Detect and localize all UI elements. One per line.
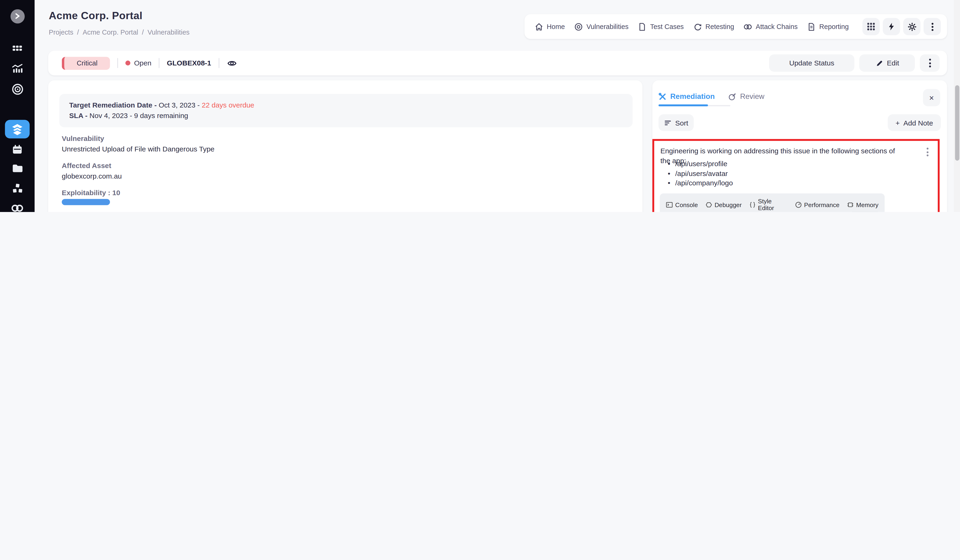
note-bullet-list: /api/users/profile /api/users/avatar /ap… (668, 159, 733, 188)
gear-icon (907, 22, 917, 31)
quick-actions-button[interactable] (883, 18, 900, 35)
grid-dots-icon (867, 22, 875, 31)
tab-review[interactable]: Review (728, 92, 765, 101)
pencil-icon (875, 59, 883, 67)
vulnerability-id: GLOBEX08-1 (167, 59, 211, 67)
sidebar-item-analytics[interactable] (0, 60, 35, 77)
calendar-icon (11, 143, 24, 156)
sidebar-item-attack-chains[interactable] (0, 200, 35, 212)
folder-icon (11, 162, 24, 174)
analytics-icon (11, 62, 24, 75)
apps-menu-button[interactable] (862, 18, 880, 35)
remediation-date-box: Target Remediation Date - Oct 3, 2023 - … (59, 94, 633, 127)
sort-label: Sort (675, 119, 688, 126)
breadcrumb: Projects / Acme Corp. Portal / Vulnerabi… (49, 29, 189, 36)
devtools-tab-console: Console (666, 201, 698, 208)
sidebar-item-modules[interactable] (0, 180, 35, 197)
note-annotation-box: Engineering is working on addressing thi… (653, 139, 940, 212)
nav-test-cases-label: Test Cases (650, 23, 684, 30)
edit-button[interactable]: Edit (859, 54, 915, 72)
affected-asset-label: Affected Asset (62, 162, 111, 170)
cubes-icon (11, 182, 24, 195)
kebab-icon (930, 21, 935, 32)
status-open[interactable]: Open (125, 59, 152, 67)
divider (219, 58, 219, 68)
nav-home[interactable]: Home (534, 22, 565, 31)
breadcrumb-separator: / (77, 29, 79, 36)
nav-reporting[interactable]: Reporting (807, 22, 849, 31)
vulnerability-label: Vulnerability (62, 134, 104, 142)
nav-retesting-label: Retesting (705, 23, 734, 30)
sidebar-item-targets[interactable] (0, 80, 35, 98)
note-bullet: /api/users/profile (668, 159, 733, 169)
add-note-button[interactable]: + Add Note (888, 114, 941, 131)
sidebar (0, 0, 35, 212)
update-status-label: Update Status (789, 59, 834, 67)
app-window: Acme Corp. Portal Projects / Acme Corp. … (0, 0, 960, 212)
sidebar-item-assets[interactable] (0, 159, 35, 177)
devtools-tab-bar: Console Debugger Style Editor Performanc… (660, 193, 885, 212)
sidebar-item-dashboard[interactable] (0, 40, 35, 57)
exploitability-label: Exploitability : 10 (62, 189, 120, 197)
note-bullet: /api/users/avatar (668, 169, 733, 179)
debugger-icon (705, 201, 712, 208)
target-remediation-label: Target Remediation Date - (69, 101, 157, 109)
note-bullet: /api/company/logo (668, 179, 733, 188)
target-remediation-line: Target Remediation Date - Oct 3, 2023 - … (69, 100, 623, 110)
update-status-button[interactable]: Update Status (769, 54, 854, 72)
page-scrollbar-thumb[interactable] (955, 85, 959, 161)
vulnerability-status-bar: Critical Open GLOBEX08-1 Update Status E… (48, 51, 947, 75)
link-icon (11, 202, 24, 212)
devtools-tab-memory: Memory (847, 201, 878, 208)
filter-icon (664, 119, 672, 126)
tab-review-label: Review (740, 92, 765, 101)
settings-button[interactable] (903, 18, 920, 35)
nav-home-label: Home (547, 23, 565, 30)
severity-label: Critical (77, 59, 98, 67)
tools-icon (659, 92, 667, 100)
nav-reporting-label: Reporting (819, 23, 849, 30)
sidebar-item-projects-active[interactable] (5, 120, 30, 138)
page-title: Acme Corp. Portal (49, 10, 142, 22)
breadcrumb-vulnerabilities[interactable]: Vulnerabilities (147, 29, 189, 36)
edit-label: Edit (887, 59, 899, 67)
status-more-button[interactable] (920, 54, 940, 72)
nav-retesting[interactable]: Retesting (693, 22, 734, 31)
watch-eye-icon[interactable] (226, 58, 237, 68)
sla-label: SLA - (69, 112, 87, 119)
nav-vulnerabilities-label: Vulnerabilities (587, 23, 629, 30)
nav-test-cases[interactable]: Test Cases (638, 22, 684, 31)
more-options-button[interactable] (923, 18, 941, 35)
breadcrumb-projects[interactable]: Projects (49, 29, 74, 36)
severity-badge[interactable]: Critical (62, 56, 110, 70)
refresh-icon (693, 22, 702, 31)
nav-attack-chains[interactable]: Attack Chains (743, 22, 798, 31)
devtools-tab-debugger: Debugger (705, 201, 742, 208)
close-icon: × (929, 93, 934, 102)
sidebar-expand-button[interactable] (0, 8, 35, 25)
active-tab-underline (659, 104, 708, 106)
sla-value: Nov 4, 2023 - 9 days remaining (90, 112, 188, 119)
braces-icon (749, 201, 755, 208)
gauge-icon (795, 201, 802, 208)
nav-vulnerabilities[interactable]: Vulnerabilities (574, 22, 629, 31)
tab-remediation[interactable]: Remediation (659, 92, 715, 101)
remediation-panel: Remediation Review × Sort + Add Note Eng… (653, 80, 947, 212)
console-icon (666, 201, 673, 208)
sort-button[interactable]: Sort (659, 114, 694, 131)
close-panel-button[interactable]: × (923, 89, 940, 106)
breadcrumb-project[interactable]: Acme Corp. Portal (83, 29, 138, 36)
note-screenshot[interactable]: Console Debugger Style Editor Performanc… (660, 193, 885, 212)
sidebar-item-calendar[interactable] (0, 141, 35, 158)
affected-asset-value: globexcorp.com.au (62, 173, 122, 180)
vulnerability-detail-card: Target Remediation Date - Oct 3, 2023 - … (48, 80, 642, 212)
status-label: Open (134, 59, 152, 67)
devtools-tab-style-editor: Style Editor (749, 198, 787, 211)
note-more-button[interactable] (925, 146, 930, 158)
plus-icon: + (896, 119, 900, 126)
target-icon (11, 83, 24, 96)
add-note-label: Add Note (904, 119, 933, 126)
exploitability-bar (62, 199, 110, 205)
lightning-icon (887, 22, 896, 31)
layers-icon (11, 122, 24, 136)
